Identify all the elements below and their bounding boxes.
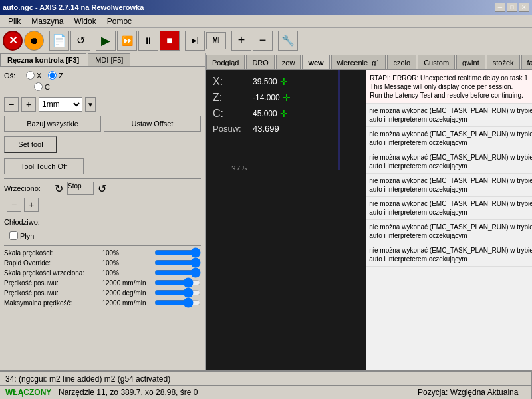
maximize-button[interactable]: □ [507, 3, 517, 12]
left-tabs: Ręczna kontrola [F3] MDI [F5] [0, 53, 205, 67]
error-item-1: nie można wykonać (EMC_TASK_PLAN_RUN) w … [366, 104, 532, 127]
menu-widok[interactable]: Widok [68, 15, 101, 28]
set-tool-button[interactable]: Set tool [4, 136, 57, 153]
error-item-4: nie można wykonać (EMC_TASK_PLAN_RUN) w … [366, 174, 532, 197]
power-button[interactable]: ⏺ [24, 31, 44, 51]
close-button[interactable]: ✕ [519, 3, 529, 12]
window-controls: ─ □ ✕ [495, 3, 529, 12]
speed-slider-1[interactable] [154, 259, 201, 267]
error-text-1: nie można wykonać (EMC_TASK_PLAN_RUN) w … [369, 106, 532, 124]
c-coord-label: C: [213, 108, 253, 120]
speed-slider-0[interactable] [154, 249, 201, 257]
error-item-6: nie można wykonać (EMC_TASK_PLAN_RUN) w … [366, 220, 532, 243]
step-button[interactable]: ▶| [185, 31, 205, 51]
main-area: Ręczna kontrola [F3] MDI [F5] Oś: X Z [0, 53, 532, 370]
x-coord-label: X: [213, 76, 253, 88]
minus-button[interactable]: − [253, 31, 273, 51]
menu-plik[interactable]: Plik [3, 15, 26, 28]
rtab-wew[interactable]: wew [302, 55, 329, 69]
divider-2 [4, 178, 201, 179]
machine-state: WŁĄCZONY [0, 386, 53, 399]
tab-manual-control[interactable]: Ręczna kontrola [F3] [0, 53, 86, 66]
z-coord-value: -14.000 [253, 93, 280, 102]
posuw-row: Posuw: 43.699 [213, 124, 291, 134]
posuw-label: Posuw: [213, 124, 253, 134]
menu-maszyna[interactable]: Maszyna [26, 15, 68, 28]
step-minus-button[interactable]: − [4, 97, 19, 112]
tool-touch-off-button[interactable]: Tool Touch Off [4, 158, 84, 174]
error-item-2: nie można wykonać (EMC_TASK_PLAN_RUN) w … [366, 127, 532, 150]
menu-pomoc[interactable]: Pomoc [102, 15, 137, 28]
spindle-ccw-icon[interactable]: ↺ [98, 182, 106, 195]
coolant-fluid-checkbox[interactable]: Płyn [9, 231, 201, 240]
window-title: auto.ngc - AXIS 2.7.14 na Rewolwerowka [3, 3, 144, 11]
step-dropdown-arrow[interactable]: ▼ [85, 97, 96, 112]
rtab-gwint[interactable]: gwint [456, 55, 485, 69]
rtab-podglad[interactable]: Podgląd [206, 55, 245, 69]
spindle-speed-controls: − + [7, 198, 201, 212]
spindle-cw-icon[interactable]: ↻ [55, 182, 63, 195]
minimize-button[interactable]: ─ [495, 3, 505, 12]
rtab-dro[interactable]: DRO [246, 55, 274, 69]
speed-slider-5[interactable] [154, 299, 201, 307]
speed-row-2: Skala prędkości wrzeciona: 100% [4, 269, 201, 277]
speed-row-4: Prędkość posuwu: 12000 deg/min [4, 289, 201, 297]
estop-button[interactable]: ✕ [3, 31, 23, 51]
error-text-4: nie można wykonać (EMC_TASK_PLAN_RUN) w … [369, 176, 532, 194]
speed-controls: Skala prędkości: 100% Rapid Override: 10… [4, 249, 201, 307]
spindle-stop-button[interactable]: Stop [67, 182, 94, 195]
toolbar: ✕ ⏺ 📄 ↺ ▶ ⏩ ⏸ ■ ▶| MI + − 🔧 [0, 28, 532, 53]
x-coord-icon: ✛ [280, 76, 288, 87]
speed-label-4: Prędkość posuwu: [4, 289, 102, 297]
speed-slider-4[interactable] [154, 289, 201, 297]
speed-row-0: Skala prędkości: 100% [4, 249, 201, 257]
stop-button[interactable]: ■ [160, 31, 180, 51]
speed-row-5: Maksymalna prędkość: 12000 mm/min [4, 299, 201, 307]
axis-selector-row: Oś: X Z [4, 71, 201, 80]
c-coord-row: C: 45.000 ✛ [213, 108, 291, 120]
step-size-select[interactable]: 1mm 0.1mm 0.01mm [39, 97, 82, 112]
rtab-zew[interactable]: zew [276, 55, 301, 69]
axis-radio-group: X Z [26, 71, 63, 80]
coordinate-display: X: 39.500 ✛ Z: -14.000 ✛ C: 45.000 ✛ Pos… [213, 76, 291, 138]
error-item-3: nie można wykonać (EMC_TASK_PLAN_RUN) w … [366, 150, 532, 174]
speed-val-1: 100% [102, 259, 154, 267]
x-coord-value: 39.500 [253, 77, 277, 86]
speed-slider-3[interactable] [154, 279, 201, 287]
svg-text:37.5: 37.5 [231, 164, 247, 170]
run-button[interactable]: ▶ [96, 31, 116, 51]
divider-4 [4, 245, 201, 246]
bazuj-wszystkie-button[interactable]: Bazuj wszystkie [4, 116, 101, 132]
step-plus-button[interactable]: + [21, 97, 36, 112]
tab-mdi[interactable]: MDI [F5] [88, 53, 130, 66]
rtab-stozek[interactable]: stożek [487, 55, 520, 69]
error-text-7: nie można wykonać (EMC_TASK_PLAN_RUN) w … [369, 246, 532, 263]
rtab-czolo[interactable]: czolo [387, 55, 416, 69]
ustaw-offset-button[interactable]: Ustaw Offset [104, 116, 201, 132]
reload-button[interactable]: ↺ [70, 31, 90, 51]
axis-z-radio[interactable]: Z [48, 71, 63, 80]
speed-slider-2[interactable] [154, 269, 201, 277]
z-coord-row: Z: -14.000 ✛ [213, 92, 291, 104]
rtab-wiercenie[interactable]: wiercenie_g1 [331, 55, 386, 69]
speed-val-2: 100% [102, 269, 154, 277]
pause-button[interactable]: ⏸ [138, 31, 158, 51]
error-panel: RTAPI: ERROR: Unexpected realtime delay … [366, 70, 532, 370]
plus-button[interactable]: + [231, 31, 251, 51]
titlebar: auto.ngc - AXIS 2.7.14 na Rewolwerowka ─… [0, 0, 532, 15]
left-panel: Ręczna kontrola [F3] MDI [F5] Oś: X Z [0, 53, 206, 370]
axis-c-radio[interactable]: C [34, 82, 50, 91]
spindle-plus-button[interactable]: + [24, 198, 39, 212]
error-text-3: nie można wykonać (EMC_TASK_PLAN_RUN) w … [369, 153, 532, 170]
spindle-minus-button[interactable]: − [7, 198, 21, 212]
rtab-faza[interactable]: faza_w [521, 55, 532, 69]
axis-x-radio[interactable]: X [26, 71, 41, 80]
mi-button[interactable]: MI [206, 32, 226, 49]
rtab-custom[interactable]: Custom [418, 55, 455, 69]
speed-val-0: 100% [102, 249, 154, 257]
axis-c-row: C [34, 82, 201, 91]
run-from-line-button[interactable]: ⏩ [117, 31, 137, 51]
open-button[interactable]: 📄 [49, 31, 69, 51]
position-label-text: Pozycja: Względna Aktualna [418, 388, 518, 397]
tool-button[interactable]: 🔧 [278, 31, 298, 51]
